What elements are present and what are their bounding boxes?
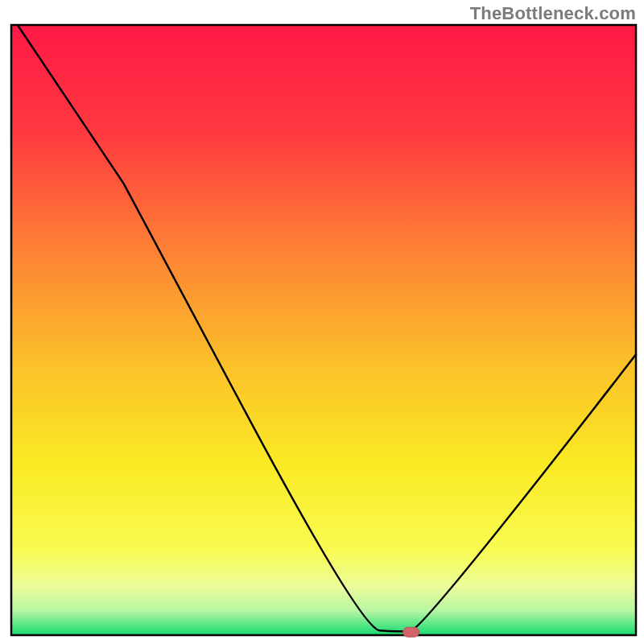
bottleneck-chart bbox=[0, 0, 644, 644]
chart-background bbox=[11, 25, 636, 635]
chart-container: TheBottleneck.com bbox=[0, 0, 644, 644]
sweet-spot-marker bbox=[403, 627, 419, 637]
watermark-text: TheBottleneck.com bbox=[470, 3, 636, 24]
